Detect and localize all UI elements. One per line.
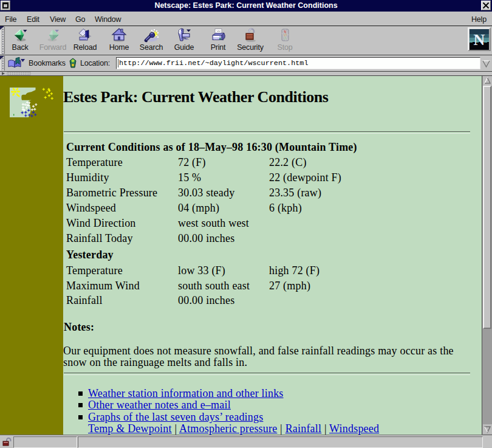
svg-text:N: N xyxy=(474,31,485,49)
